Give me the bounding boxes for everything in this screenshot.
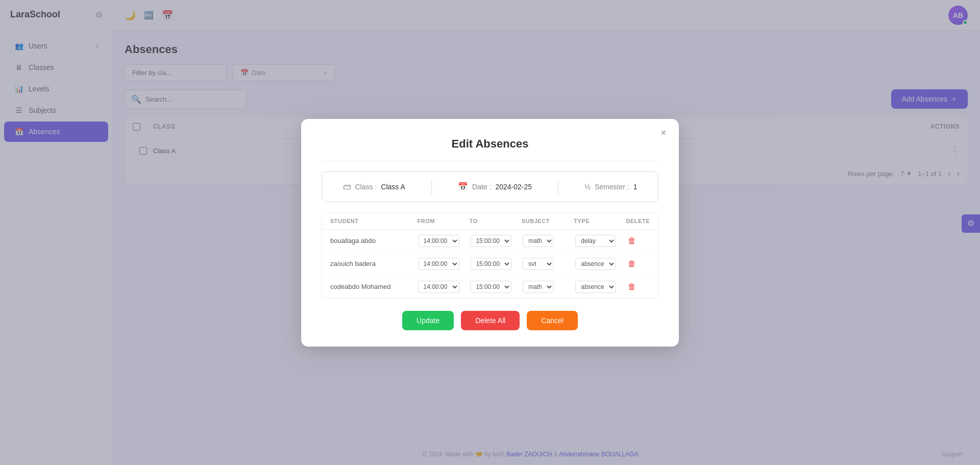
semester-value: 1	[633, 183, 638, 191]
date-label: Date :	[472, 183, 491, 191]
modal-actions: Update Delete All Cancel	[322, 311, 658, 330]
modal-overlay: × Edit Absences 🗃 Class : Class A 📅 Date…	[0, 0, 980, 465]
to-time-2: 15:00:00 16:00:00	[470, 281, 523, 293]
type-2: absence delay	[575, 281, 628, 293]
update-label: Update	[416, 316, 439, 325]
info-divider-1	[431, 179, 432, 194]
to-select-1[interactable]: 15:00:00 16:00:00	[470, 258, 511, 270]
date-value: 2024-02-25	[495, 183, 532, 191]
class-icon: 🗃	[343, 182, 351, 191]
col-from: FROM	[417, 218, 469, 224]
student-row-2: codeabdo Mohamed 14:00:00 15:00:00 15:00…	[322, 276, 658, 298]
col-to: TO	[470, 218, 522, 224]
info-divider-2	[558, 179, 558, 194]
delete-button-1[interactable]: 🗑	[628, 259, 636, 268]
modal-title: Edit Absences	[322, 137, 658, 161]
students-table-header: STUDENT FROM TO SUBJECT TYPE DELETE	[322, 213, 658, 230]
subject-2: math svt	[523, 281, 575, 293]
date-icon: 📅	[458, 182, 468, 191]
student-row-1: zaouich badera 14:00:00 15:00:00 15:00:0…	[322, 253, 658, 276]
subject-1: svt math	[523, 258, 575, 270]
from-select-2[interactable]: 14:00:00 15:00:00	[418, 281, 459, 293]
modal-semester-info: ½ Semester : 1	[584, 183, 637, 191]
student-row-0: bouallaga abdo 14:00:00 15:00:00 15:00:0…	[322, 230, 658, 253]
update-button[interactable]: Update	[402, 311, 454, 330]
modal-close-button[interactable]: ×	[656, 126, 671, 140]
delete-all-button[interactable]: Delete All	[461, 311, 520, 330]
subject-select-1[interactable]: svt math	[523, 258, 554, 270]
to-select-0[interactable]: 15:00:00 16:00:00	[470, 235, 511, 247]
edit-absences-modal: × Edit Absences 🗃 Class : Class A 📅 Date…	[301, 119, 679, 347]
cancel-label: Cancel	[541, 316, 564, 325]
semester-icon: ½	[584, 183, 591, 191]
semester-label: Semester :	[595, 183, 629, 191]
col-type: TYPE	[574, 218, 626, 224]
to-select-2[interactable]: 15:00:00 16:00:00	[470, 281, 511, 293]
col-subject: SUBJECT	[522, 218, 574, 224]
type-select-1[interactable]: absence delay	[575, 258, 616, 270]
subject-select-0[interactable]: math svt	[523, 235, 554, 247]
student-name-1: zaouich badera	[330, 260, 418, 267]
from-select-0[interactable]: 14:00:00 15:00:00	[418, 235, 459, 247]
from-time-1: 14:00:00 15:00:00	[418, 258, 471, 270]
cancel-button[interactable]: Cancel	[527, 311, 578, 330]
modal-info-bar: 🗃 Class : Class A 📅 Date : 2024-02-25 ½ …	[322, 172, 658, 202]
students-table: STUDENT FROM TO SUBJECT TYPE DELETE boua…	[322, 212, 658, 299]
class-value: Class A	[381, 183, 405, 191]
from-time-2: 14:00:00 15:00:00	[418, 281, 471, 293]
delete-cell-0: 🗑	[628, 236, 650, 246]
from-select-1[interactable]: 14:00:00 15:00:00	[418, 258, 459, 270]
type-1: absence delay	[575, 258, 628, 270]
to-time-0: 15:00:00 16:00:00	[470, 235, 523, 247]
type-select-0[interactable]: delay absence	[575, 235, 616, 247]
class-label: Class :	[355, 183, 377, 191]
type-select-2[interactable]: absence delay	[575, 281, 616, 293]
delete-all-label: Delete All	[475, 316, 505, 325]
delete-button-2[interactable]: 🗑	[628, 282, 636, 291]
close-icon: ×	[661, 128, 667, 138]
delete-button-0[interactable]: 🗑	[628, 236, 636, 246]
col-student: STUDENT	[330, 218, 417, 224]
col-delete: DELETE	[626, 218, 650, 224]
student-name-2: codeabdo Mohamed	[330, 283, 418, 290]
type-0: delay absence	[575, 235, 628, 247]
subject-0: math svt	[523, 235, 575, 247]
from-time-0: 14:00:00 15:00:00	[418, 235, 471, 247]
to-time-1: 15:00:00 16:00:00	[470, 258, 523, 270]
delete-cell-2: 🗑	[628, 282, 650, 291]
modal-class-info: 🗃 Class : Class A	[343, 182, 405, 191]
student-name-0: bouallaga abdo	[330, 237, 418, 244]
delete-cell-1: 🗑	[628, 259, 650, 268]
subject-select-2[interactable]: math svt	[523, 281, 554, 293]
modal-date-info: 📅 Date : 2024-02-25	[458, 182, 532, 191]
